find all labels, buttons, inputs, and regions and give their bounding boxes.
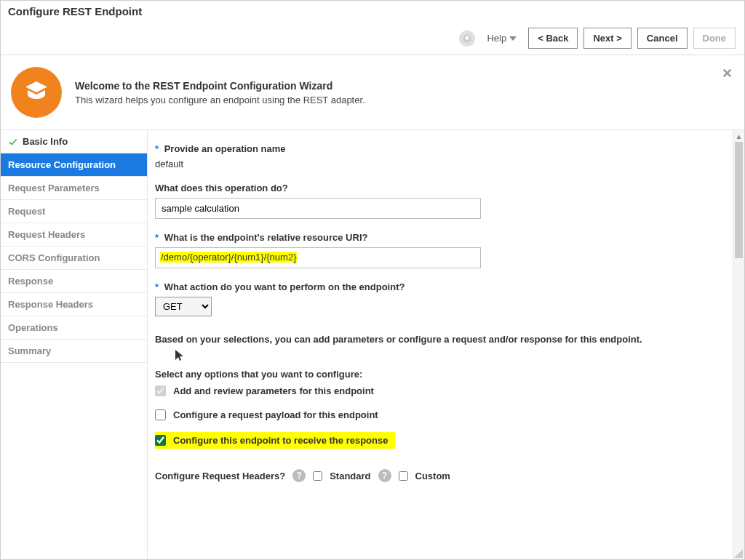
- sidebar-item-operations[interactable]: Operations: [1, 316, 147, 340]
- scrollbar[interactable]: ▲: [733, 130, 744, 559]
- options-label: Select any options that you want to conf…: [155, 369, 731, 380]
- welcome-subtitle: This wizard helps you configure an endpo…: [75, 95, 365, 105]
- sidebar-item-resource-configuration[interactable]: Resource Configuration: [1, 153, 147, 177]
- wizard-icon: [11, 67, 62, 118]
- toolbar: Help < Back Next > Cancel Done: [1, 22, 744, 55]
- sidebar-item-label: CORS Configuration: [8, 252, 100, 263]
- form-area: * Provide an operation name default What…: [148, 130, 744, 559]
- sidebar-item-label: Operations: [8, 322, 58, 333]
- sidebar-item-label: Request Headers: [8, 229, 85, 240]
- required-star-icon: *: [155, 143, 159, 154]
- help-icon[interactable]: ?: [378, 469, 391, 482]
- headers-label: Configure Request Headers?: [155, 471, 285, 481]
- sidebar-item-response[interactable]: Response: [1, 270, 147, 293]
- sidebar-item-request-parameters[interactable]: Request Parameters: [1, 177, 147, 200]
- description-input[interactable]: [155, 198, 481, 219]
- action-select[interactable]: GET: [155, 297, 212, 316]
- sidebar-item-label: Basic Info: [23, 136, 68, 147]
- welcome-title: Welcome to the REST Endpoint Configurati…: [75, 80, 365, 92]
- sidebar-item-label: Summary: [8, 345, 51, 356]
- configure-request-headers-row: Configure Request Headers? ? Standard ? …: [155, 469, 731, 482]
- sidebar-item-label: Response: [8, 276, 53, 287]
- wizard-content: * Provide an operation name default What…: [148, 130, 744, 559]
- sidebar-item-request-headers[interactable]: Request Headers: [1, 223, 147, 247]
- description-label: What does this operation do?: [155, 183, 731, 193]
- page-title: Configure REST Endpoint: [1, 1, 744, 22]
- checkbox-standard-headers[interactable]: [313, 471, 322, 481]
- sidebar-item-label: Response Headers: [8, 299, 93, 310]
- checkbox-custom-headers[interactable]: [399, 471, 408, 481]
- option-receive-response[interactable]: Configure this endpoint to receive the r…: [155, 432, 395, 449]
- uri-input[interactable]: [155, 247, 481, 268]
- sidebar-item-summary[interactable]: Summary: [1, 340, 147, 363]
- scroll-thumb[interactable]: [735, 142, 743, 258]
- option-request-payload[interactable]: Configure a request payload for this end…: [155, 408, 731, 422]
- custom-label: Custom: [415, 471, 450, 481]
- sidebar-item-request[interactable]: Request: [1, 200, 147, 223]
- sidebar-item-response-headers[interactable]: Response Headers: [1, 293, 147, 316]
- checkbox-receive-response[interactable]: [155, 435, 166, 446]
- cancel-button[interactable]: Cancel: [637, 28, 688, 49]
- back-button[interactable]: < Back: [528, 28, 578, 49]
- required-star-icon: *: [155, 232, 159, 243]
- option-add-parameters: Add and review parameters for this endpo…: [155, 384, 731, 398]
- resize-handle-icon[interactable]: [733, 548, 743, 558]
- sidebar-item-cors-configuration[interactable]: CORS Configuration: [1, 247, 147, 270]
- next-button[interactable]: Next >: [583, 28, 631, 49]
- sidebar-item-label: Resource Configuration: [8, 159, 116, 170]
- close-icon[interactable]: ✕: [722, 65, 733, 81]
- uri-label: * What is the endpoint's relative resour…: [155, 232, 731, 243]
- scroll-up-icon[interactable]: ▲: [733, 130, 744, 142]
- required-star-icon: *: [155, 281, 159, 292]
- welcome-text: Welcome to the REST Endpoint Configurati…: [75, 80, 365, 105]
- help-icon[interactable]: ?: [292, 469, 306, 482]
- selection-note: Based on your selections, you can add pa…: [155, 334, 731, 345]
- wizard-window: Configure REST Endpoint Help < Back Next…: [0, 0, 745, 560]
- help-label: Help: [487, 33, 506, 44]
- sidebar-item-basic-info[interactable]: Basic Info: [1, 130, 147, 153]
- wizard-sidebar: Basic Info Resource Configuration Reques…: [1, 130, 148, 559]
- wizard-body: Basic Info Resource Configuration Reques…: [1, 130, 744, 559]
- welcome-banner: Welcome to the REST Endpoint Configurati…: [1, 55, 744, 130]
- operation-name-label: * Provide an operation name: [155, 143, 731, 154]
- check-icon: [8, 137, 18, 147]
- chevron-down-icon: [509, 36, 517, 41]
- checkbox-request-payload[interactable]: [155, 409, 166, 420]
- help-dropdown[interactable]: Help: [481, 33, 522, 44]
- done-button: Done: [693, 28, 736, 49]
- action-label: * What action do you want to perform on …: [155, 281, 731, 292]
- sidebar-item-label: Request Parameters: [8, 183, 100, 193]
- sidebar-item-label: Request: [8, 206, 45, 217]
- help-status-icon: [459, 31, 475, 47]
- checkbox-add-parameters: [155, 385, 166, 396]
- cursor-icon: [175, 350, 184, 364]
- operation-name-value: default: [155, 159, 731, 169]
- standard-label: Standard: [330, 471, 370, 481]
